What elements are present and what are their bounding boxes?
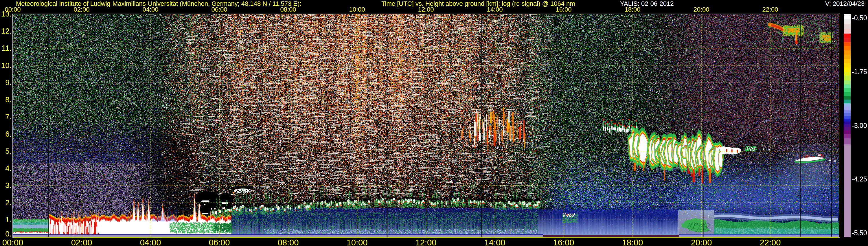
x-tick-top: 04:00 xyxy=(142,6,158,13)
station-header: Meteorological Institute of Ludwig-Maxim… xyxy=(16,0,301,7)
colorbar-tick-label: -3.00 xyxy=(852,122,867,129)
x-tick-top: 02:00 xyxy=(73,6,89,13)
colorbar-segment xyxy=(844,92,850,96)
colorbar xyxy=(844,14,850,237)
colorbar-segment xyxy=(844,130,850,134)
x-tick-bottom: 08:00 xyxy=(278,238,299,246)
x-tick-top: 08:00 xyxy=(280,6,296,13)
x-tick-top: 20:00 xyxy=(693,6,709,13)
colorbar-tick-label: -5.50 xyxy=(852,229,867,237)
colorbar-segment xyxy=(844,67,850,72)
colorbar-segment xyxy=(844,88,850,92)
x-tick-top: 22:00 xyxy=(762,6,778,13)
x-tick-bottom: 20:00 xyxy=(691,238,712,246)
x-tick-bottom: 16:00 xyxy=(553,238,574,246)
colorbar-segment xyxy=(844,99,850,103)
colorbar-segment xyxy=(844,34,850,38)
colorbar-segment xyxy=(844,29,850,34)
lidar-quicklook-page: Meteorological Institute of Ludwig-Maxim… xyxy=(0,0,868,246)
colorbar-segment xyxy=(844,76,850,81)
colorbar-segment xyxy=(844,134,850,139)
x-tick-top: 16:00 xyxy=(556,6,571,13)
x-tick-bottom: 02:00 xyxy=(71,238,92,246)
y-tick: 13. xyxy=(1,9,11,19)
y-tick: 5. xyxy=(5,147,11,155)
y-tick: 9. xyxy=(5,78,11,87)
x-tick-top: 06:00 xyxy=(211,6,227,13)
y-tick: 1. xyxy=(5,215,11,224)
x-tick-bottom: 12:00 xyxy=(415,238,437,246)
y-tick: 3. xyxy=(5,181,11,190)
x-tick-bottom: 00:00 xyxy=(2,238,24,246)
colorbar-segment xyxy=(844,96,850,100)
x-tick-bottom: 14:00 xyxy=(484,238,505,246)
colorbar-tick-label: -4.25 xyxy=(852,175,867,183)
plot-frame xyxy=(12,13,840,238)
colorbar-segment xyxy=(844,145,850,237)
colorbar-segment xyxy=(844,38,850,42)
plot-title: Time [UTC] vs. Height above ground [km]:… xyxy=(381,0,575,7)
x-tick-top: 18:00 xyxy=(624,6,640,13)
colorbar-segment xyxy=(844,14,850,20)
y-tick: 12. xyxy=(1,27,11,36)
y-tick: 0. xyxy=(5,229,11,239)
colorbar-segment xyxy=(844,24,850,29)
heatmap-canvas[interactable] xyxy=(13,14,839,237)
colorbar-segment xyxy=(844,46,850,51)
x-tick-top: 12:00 xyxy=(418,6,434,13)
colorbar-segment xyxy=(844,63,850,68)
x-tick-bottom: 06:00 xyxy=(209,238,230,246)
y-tick: 4. xyxy=(5,164,11,173)
colorbar-tick-label: -1.75 xyxy=(852,68,867,75)
colorbar-segment xyxy=(844,139,850,145)
colorbar-segment xyxy=(844,20,850,25)
y-tick: 7. xyxy=(5,112,11,121)
x-tick-bottom: 04:00 xyxy=(140,238,161,246)
y-tick: 6. xyxy=(5,129,11,139)
x-tick-bottom: 22:00 xyxy=(760,238,781,246)
colorbar-segment xyxy=(844,71,850,76)
version-label: V: 2012/04/23 xyxy=(825,0,865,7)
x-tick-bottom: 18:00 xyxy=(622,238,643,246)
colorbar-tick-label: -0.50 xyxy=(852,14,867,22)
colorbar-segment xyxy=(844,50,850,55)
colorbar-segment xyxy=(844,80,850,85)
colorbar-segment xyxy=(844,59,850,64)
colorbar-segment xyxy=(844,84,850,89)
y-tick: 10. xyxy=(1,61,11,70)
colorbar-segment xyxy=(844,42,850,47)
x-tick-top: 14:00 xyxy=(487,6,503,13)
x-tick-top: 10:00 xyxy=(349,6,365,13)
colorbar-segment xyxy=(844,55,850,59)
x-tick-bottom: 10:00 xyxy=(347,238,368,246)
y-tick: 11. xyxy=(2,44,11,53)
y-tick: 8. xyxy=(5,95,11,104)
y-tick: 2. xyxy=(5,198,11,207)
